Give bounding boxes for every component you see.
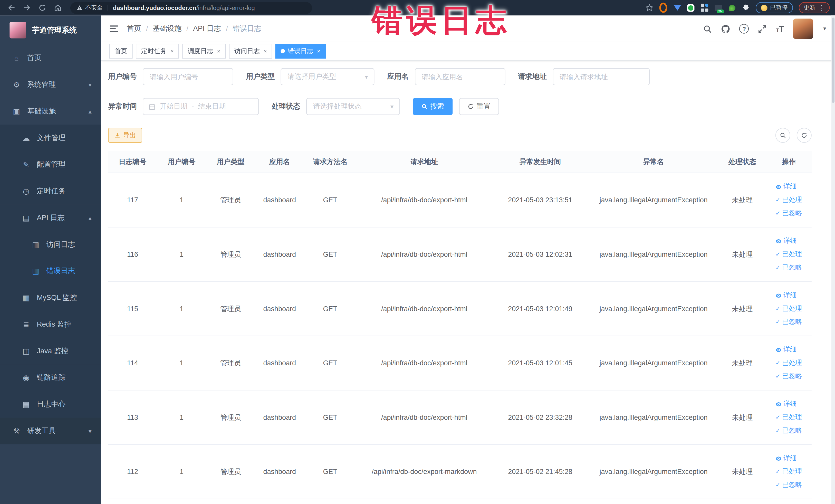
- date-start-placeholder: 开始日期: [160, 102, 187, 111]
- close-icon[interactable]: ×: [264, 48, 267, 55]
- browser-back-button[interactable]: [7, 3, 15, 12]
- extension-plant-icon[interactable]: [728, 4, 736, 12]
- app-name-input[interactable]: [414, 68, 505, 85]
- cell-exception: java.lang.IllegalArgumentException: [588, 250, 719, 258]
- hide-search-button[interactable]: [775, 128, 790, 143]
- cell-app: dashboard: [255, 305, 304, 313]
- sidebar-item-access-log[interactable]: ▥访问日志: [0, 231, 101, 258]
- hamburger-menu-icon[interactable]: [109, 24, 119, 33]
- action-详细[interactable]: 详细: [775, 454, 797, 463]
- action-详细[interactable]: 详细: [775, 237, 797, 245]
- sidebar-item-redis-monitor[interactable]: ≣Redis 监控: [0, 311, 101, 338]
- request-url-input[interactable]: [553, 68, 650, 85]
- browser-forward-button[interactable]: [22, 3, 31, 12]
- sidebar-item-trace[interactable]: ◉链路追踪: [0, 364, 101, 391]
- tab-错误日志[interactable]: 错误日志×: [276, 44, 326, 59]
- action-已处理[interactable]: ✓已处理: [775, 304, 802, 313]
- search-icon[interactable]: [703, 24, 712, 33]
- close-icon[interactable]: ×: [170, 48, 174, 55]
- user-avatar[interactable]: [793, 19, 813, 39]
- sidebar-item-log-center[interactable]: ▤日志中心: [0, 391, 101, 418]
- font-size-icon[interactable]: TT: [776, 25, 784, 33]
- action-已处理[interactable]: ✓已处理: [775, 195, 802, 204]
- app-logo-row[interactable]: 芋道管理系统: [0, 15, 101, 45]
- help-icon[interactable]: ?: [739, 24, 749, 33]
- action-已处理[interactable]: ✓已处理: [775, 250, 802, 259]
- action-已忽略[interactable]: ✓已忽略: [775, 480, 802, 489]
- action-已忽略[interactable]: ✓已忽略: [775, 263, 802, 272]
- tab-定时任务[interactable]: 定时任务×: [136, 44, 179, 59]
- browser-home-button[interactable]: [53, 3, 62, 12]
- user-type-select[interactable]: 请选择用户类型 ▼: [281, 68, 374, 85]
- action-已忽略[interactable]: ✓已忽略: [775, 318, 802, 327]
- sidebar-item-api-log[interactable]: ▤API 日志▲: [0, 205, 101, 231]
- update-badge[interactable]: 更新 ⋮: [799, 2, 830, 13]
- check-icon: ✓: [775, 251, 780, 258]
- sidebar-item-mysql-monitor[interactable]: ▦MySQL 监控: [0, 284, 101, 311]
- breadcrumb-separator: /: [146, 25, 148, 33]
- cell-actions: 详细✓已处理✓已忽略: [766, 291, 811, 327]
- close-icon[interactable]: ×: [217, 48, 220, 55]
- page-scrollbar[interactable]: [831, 15, 835, 504]
- process-status-select[interactable]: 请选择处理状态 ▼: [306, 98, 400, 115]
- close-icon[interactable]: ×: [317, 48, 320, 55]
- cell-id: 116: [108, 250, 157, 258]
- sidebar-item-home[interactable]: ⌂首页: [0, 45, 101, 72]
- user-id-input[interactable]: [143, 68, 233, 85]
- fullscreen-icon[interactable]: [758, 24, 767, 33]
- layers-icon: ≣: [21, 320, 31, 329]
- action-已处理[interactable]: ✓已处理: [775, 358, 802, 367]
- extension-on-badge-icon[interactable]: ON: [714, 4, 722, 12]
- sidebar-item-file-manage[interactable]: ☁文件管理: [0, 124, 101, 151]
- extension-grid-icon[interactable]: [700, 4, 708, 12]
- extensions-puzzle-icon[interactable]: [742, 4, 750, 12]
- cell-status: 未处理: [719, 304, 766, 314]
- breadcrumb-item[interactable]: API 日志: [193, 24, 221, 33]
- address-bar[interactable]: 不安全 dashboard.yudao.iocoder.cn/infra/log…: [70, 2, 312, 14]
- action-已忽略[interactable]: ✓已忽略: [775, 426, 802, 435]
- action-已处理[interactable]: ✓已处理: [775, 467, 802, 476]
- sidebar-item-java-monitor[interactable]: ◫Java 监控: [0, 338, 101, 364]
- reset-button[interactable]: 重置: [459, 98, 499, 115]
- table-toolbar: 导出: [108, 128, 824, 143]
- sidebar-item-infra[interactable]: ▣基础设施▲: [0, 98, 101, 125]
- browser-reload-button[interactable]: [38, 3, 46, 12]
- sidebar-item-config-manage[interactable]: ✎配置管理: [0, 151, 101, 178]
- sidebar-item-system[interactable]: ⚙系统管理▼: [0, 72, 101, 98]
- sidebar-item-dev-tools[interactable]: ⚒研发工具▼: [0, 418, 101, 444]
- date-range-picker[interactable]: 开始日期 - 结束日期: [143, 98, 259, 115]
- action-详细[interactable]: 详细: [775, 291, 797, 300]
- breadcrumb-item[interactable]: 基础设施: [153, 24, 182, 33]
- github-icon[interactable]: [721, 24, 730, 33]
- action-已处理[interactable]: ✓已处理: [775, 413, 802, 422]
- sidebar-item-error-log[interactable]: ▥错误日志: [0, 258, 101, 284]
- chevron-down-icon[interactable]: ▼: [822, 26, 827, 32]
- cell-user_type: 管理员: [206, 249, 255, 259]
- extension-orange-icon[interactable]: [659, 4, 667, 12]
- tab-首页[interactable]: 首页: [109, 44, 133, 59]
- action-已忽略[interactable]: ✓已忽略: [775, 209, 802, 218]
- extension-shield-icon[interactable]: [673, 4, 681, 12]
- browser-menu-icon[interactable]: ⋮: [819, 4, 825, 12]
- breadcrumb-item[interactable]: 首页: [127, 24, 141, 33]
- cell-app: dashboard: [255, 250, 304, 258]
- check-icon: ✓: [775, 319, 780, 326]
- action-详细[interactable]: 详细: [775, 345, 797, 354]
- paused-badge[interactable]: 已暂停: [756, 2, 793, 13]
- tab-调度日志[interactable]: 调度日志×: [182, 44, 226, 59]
- export-button[interactable]: 导出: [108, 128, 142, 143]
- action-详细[interactable]: 详细: [775, 182, 797, 191]
- bookmark-star-icon[interactable]: [646, 4, 653, 12]
- refresh-button[interactable]: [797, 128, 812, 143]
- extension-green-icon[interactable]: [687, 4, 694, 12]
- eye-icon: [775, 184, 782, 190]
- action-已忽略[interactable]: ✓已忽略: [775, 372, 802, 381]
- tab-访问日志[interactable]: 访问日志×: [229, 44, 272, 59]
- action-详细[interactable]: 详细: [775, 400, 797, 408]
- cell-exception: java.lang.IllegalArgumentException: [588, 414, 719, 421]
- app-title: 芋道管理系统: [32, 25, 77, 35]
- cell-url: /api/infra/db-doc/export-html: [356, 250, 492, 258]
- breadcrumb-item: 错误日志: [232, 24, 261, 33]
- search-button[interactable]: 搜索: [413, 98, 453, 115]
- sidebar-item-scheduled-job[interactable]: ◷定时任务: [0, 178, 101, 205]
